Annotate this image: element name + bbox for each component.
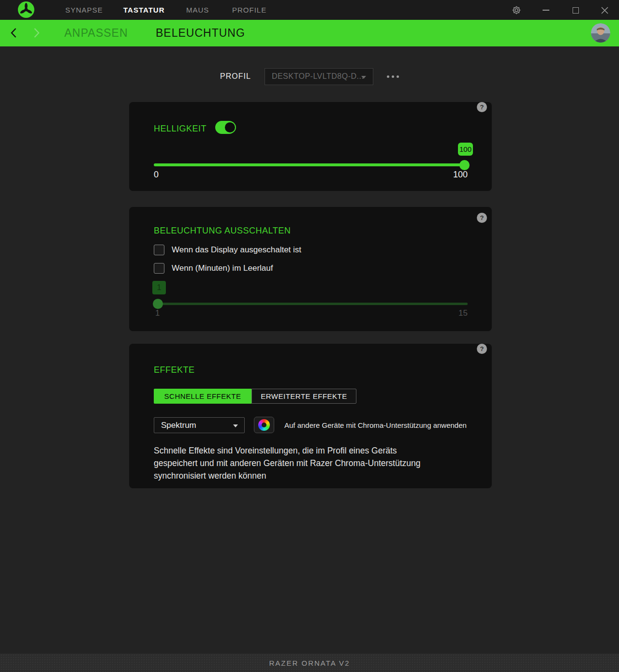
toggle-knob: [224, 121, 236, 133]
help-icon[interactable]: ?: [477, 344, 487, 354]
tab-advanced-effects[interactable]: ERWEITERTE EFFEKTE: [251, 389, 356, 404]
profile-dropdown[interactable]: DESKTOP-LVLTD8Q-D...: [265, 68, 373, 85]
help-icon[interactable]: ?: [477, 102, 487, 112]
brightness-slider-track[interactable]: [154, 163, 469, 166]
help-glyph: ?: [480, 345, 484, 352]
brightness-slider-labels: 0 100: [154, 170, 468, 180]
profile-label: PROFIL: [220, 72, 251, 81]
razer-synapse-window: SYNAPSE TASTATUR MAUS PROFILE ANPASSE: [0, 0, 619, 672]
lighting-off-title: BELEUCHTUNG AUSSCHALTEN: [154, 226, 291, 236]
forward-chevron-icon[interactable]: [31, 27, 43, 39]
subtab-beleuchtung[interactable]: BELEUCHTUNG: [156, 20, 245, 46]
brightness-title: HELLIGKEIT: [154, 124, 206, 134]
tab-synapse[interactable]: SYNAPSE: [65, 0, 103, 20]
idle-min-label: 1: [155, 308, 160, 318]
display-off-checkbox[interactable]: [154, 245, 164, 255]
help-icon[interactable]: ?: [477, 213, 487, 223]
effect-dropdown-value: Spektrum: [161, 421, 196, 430]
device-name: RAZER ORNATA V2: [269, 659, 350, 667]
effects-title: EFFEKTE: [154, 365, 195, 375]
checkbox-row: Wenn (Minuten) im Leerlauf: [154, 262, 273, 275]
lighting-off-card: ? BELEUCHTUNG AUSSCHALTEN Wenn das Displ…: [129, 207, 492, 331]
titlebar: SYNAPSE TASTATUR MAUS PROFILE: [0, 0, 619, 20]
effects-card: ? EFFEKTE SCHNELLE EFFEKTE ERWEITERTE EF…: [129, 344, 492, 488]
idle-minutes-slider-track: [154, 303, 468, 305]
brightness-value-badge: 100: [458, 143, 473, 156]
device-footer: RAZER ORNATA V2: [0, 654, 619, 672]
chevron-down-icon: [361, 76, 366, 79]
brightness-max-label: 100: [453, 170, 468, 180]
profile-row: PROFIL DESKTOP-LVLTD8Q-D...: [0, 68, 619, 85]
idle-minutes-slider-thumb: [153, 299, 163, 309]
brightness-card: ? HELLIGKEIT 100 0 100: [129, 102, 492, 191]
settings-gear-icon[interactable]: [510, 4, 523, 16]
idle-minutes-value-badge: 1: [152, 281, 166, 294]
maximize-icon[interactable]: [569, 4, 582, 16]
brightness-min-label: 0: [154, 170, 159, 180]
close-icon[interactable]: [598, 4, 611, 16]
help-glyph: ?: [480, 214, 484, 221]
idle-minutes-checkbox[interactable]: [154, 263, 164, 274]
chevron-down-icon: [233, 424, 238, 427]
subtab-anpassen[interactable]: ANPASSEN: [64, 20, 128, 46]
effects-tab-group: SCHNELLE EFFEKTE ERWEITERTE EFFEKTE: [154, 389, 356, 404]
help-glyph: ?: [480, 103, 484, 111]
idle-minutes-slider-labels: 1 15: [155, 308, 468, 318]
razer-logo-icon[interactable]: [18, 1, 34, 18]
back-chevron-icon[interactable]: [8, 27, 19, 39]
brightness-toggle[interactable]: [215, 121, 236, 134]
chroma-wheel-icon: [258, 419, 270, 431]
minimize-icon[interactable]: [540, 4, 552, 16]
chroma-apply-text: Auf andere Geräte mit Chroma-Unterstützu…: [284, 421, 467, 429]
user-avatar[interactable]: [591, 23, 610, 43]
checkbox-row: Wenn das Display ausgeschaltet ist: [154, 244, 301, 256]
effects-description: Schnelle Effekte sind Voreinstellungen, …: [154, 444, 434, 482]
chroma-apply-button[interactable]: [254, 417, 274, 433]
breadcrumb-bar: ANPASSEN BELEUCHTUNG: [0, 20, 619, 46]
effect-dropdown[interactable]: Spektrum: [154, 417, 245, 433]
tab-profile[interactable]: PROFILE: [232, 0, 266, 20]
profile-dropdown-value: DESKTOP-LVLTD8Q-D...: [272, 72, 364, 81]
tab-maus[interactable]: MAUS: [186, 0, 209, 20]
tab-quick-effects[interactable]: SCHNELLE EFFEKTE: [154, 389, 251, 404]
tab-tastatur[interactable]: TASTATUR: [123, 0, 164, 20]
profile-more-button[interactable]: [387, 68, 399, 85]
display-off-label: Wenn das Display ausgeschaltet ist: [172, 245, 301, 255]
idle-minutes-label: Wenn (Minuten) im Leerlauf: [172, 263, 273, 273]
brightness-slider-thumb[interactable]: [459, 160, 470, 170]
idle-max-label: 15: [458, 308, 468, 318]
